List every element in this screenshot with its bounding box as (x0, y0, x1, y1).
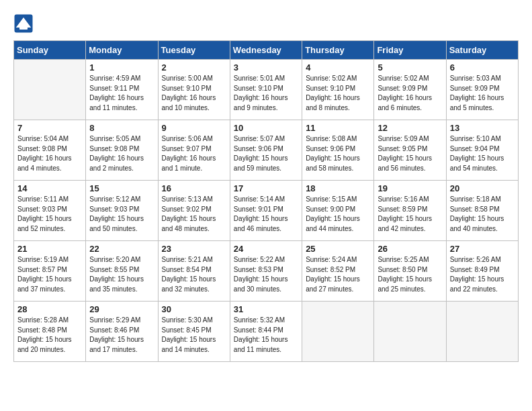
day-number: 17 (234, 183, 298, 193)
calendar-cell: 2Sunrise: 5:00 AMSunset: 9:10 PMDaylight… (158, 60, 230, 120)
logo-icon (13, 13, 34, 34)
day-number: 20 (450, 183, 515, 193)
calendar-cell: 25Sunrise: 5:24 AMSunset: 8:52 PMDayligh… (302, 241, 374, 302)
day-number: 10 (234, 123, 298, 133)
calendar-cell: 20Sunrise: 5:18 AMSunset: 8:58 PMDayligh… (446, 181, 518, 241)
calendar-cell: 13Sunrise: 5:10 AMSunset: 9:04 PMDayligh… (446, 120, 518, 181)
day-info: Sunrise: 5:26 AMSunset: 8:49 PMDaylight:… (450, 255, 515, 294)
day-info: Sunrise: 5:20 AMSunset: 8:55 PMDaylight:… (89, 255, 154, 294)
day-info: Sunrise: 5:07 AMSunset: 9:06 PMDaylight:… (234, 134, 298, 173)
day-info: Sunrise: 5:10 AMSunset: 9:04 PMDaylight:… (450, 134, 515, 173)
day-info: Sunrise: 5:19 AMSunset: 8:57 PMDaylight:… (17, 255, 82, 294)
day-info: Sunrise: 5:25 AMSunset: 8:50 PMDaylight:… (378, 255, 442, 294)
calendar-cell: 22Sunrise: 5:20 AMSunset: 8:55 PMDayligh… (86, 241, 158, 302)
svg-rect-2 (19, 27, 28, 30)
calendar-cell: 8Sunrise: 5:05 AMSunset: 9:08 PMDaylight… (86, 120, 158, 181)
header-day-wednesday: Wednesday (230, 41, 302, 60)
day-number: 13 (450, 123, 515, 133)
day-info: Sunrise: 5:03 AMSunset: 9:09 PMDaylight:… (450, 74, 515, 113)
calendar-cell: 3Sunrise: 5:01 AMSunset: 9:10 PMDaylight… (230, 60, 302, 120)
day-info: Sunrise: 5:08 AMSunset: 9:06 PMDaylight:… (306, 134, 370, 173)
day-number: 22 (89, 244, 154, 254)
day-number: 28 (17, 304, 82, 314)
calendar-cell: 31Sunrise: 5:32 AMSunset: 8:44 PMDayligh… (230, 302, 302, 362)
calendar-cell: 17Sunrise: 5:14 AMSunset: 9:01 PMDayligh… (230, 181, 302, 241)
day-info: Sunrise: 5:11 AMSunset: 9:03 PMDaylight:… (17, 195, 82, 234)
calendar-cell: 15Sunrise: 5:12 AMSunset: 9:03 PMDayligh… (86, 181, 158, 241)
day-info: Sunrise: 5:06 AMSunset: 9:07 PMDaylight:… (162, 134, 226, 173)
calendar-cell: 7Sunrise: 5:04 AMSunset: 9:08 PMDaylight… (14, 120, 86, 181)
day-info: Sunrise: 5:22 AMSunset: 8:53 PMDaylight:… (234, 255, 298, 294)
header-day-friday: Friday (374, 41, 446, 60)
header-day-tuesday: Tuesday (158, 41, 230, 60)
calendar-cell (14, 60, 86, 120)
header-day-sunday: Sunday (14, 41, 86, 60)
day-number: 11 (306, 123, 370, 133)
day-info: Sunrise: 5:09 AMSunset: 9:05 PMDaylight:… (378, 134, 442, 173)
day-number: 15 (89, 183, 154, 193)
day-number: 19 (378, 183, 442, 193)
day-info: Sunrise: 5:32 AMSunset: 8:44 PMDaylight:… (234, 316, 298, 355)
day-info: Sunrise: 5:00 AMSunset: 9:10 PMDaylight:… (162, 74, 226, 113)
day-info: Sunrise: 5:16 AMSunset: 8:59 PMDaylight:… (378, 195, 442, 234)
calendar-cell: 28Sunrise: 5:28 AMSunset: 8:48 PMDayligh… (14, 302, 86, 362)
calendar-cell: 6Sunrise: 5:03 AMSunset: 9:09 PMDaylight… (446, 60, 518, 120)
day-info: Sunrise: 5:14 AMSunset: 9:01 PMDaylight:… (234, 195, 298, 234)
calendar-cell: 10Sunrise: 5:07 AMSunset: 9:06 PMDayligh… (230, 120, 302, 181)
header-day-saturday: Saturday (446, 41, 518, 60)
day-info: Sunrise: 5:02 AMSunset: 9:09 PMDaylight:… (378, 74, 442, 113)
day-info: Sunrise: 5:21 AMSunset: 8:54 PMDaylight:… (162, 255, 226, 294)
day-info: Sunrise: 5:24 AMSunset: 8:52 PMDaylight:… (306, 255, 370, 294)
day-number: 2 (162, 62, 226, 73)
day-number: 25 (306, 244, 370, 254)
day-info: Sunrise: 5:01 AMSunset: 9:10 PMDaylight:… (234, 74, 298, 113)
calendar-table: SundayMondayTuesdayWednesdayThursdayFrid… (13, 40, 519, 362)
calendar-cell: 4Sunrise: 5:02 AMSunset: 9:10 PMDaylight… (302, 60, 374, 120)
day-info: Sunrise: 5:02 AMSunset: 9:10 PMDaylight:… (306, 74, 370, 113)
day-info: Sunrise: 5:12 AMSunset: 9:03 PMDaylight:… (89, 195, 154, 234)
header-row: SundayMondayTuesdayWednesdayThursdayFrid… (14, 41, 519, 60)
day-number: 1 (89, 62, 154, 73)
day-number: 12 (378, 123, 442, 133)
calendar-cell: 16Sunrise: 5:13 AMSunset: 9:02 PMDayligh… (158, 181, 230, 241)
day-info: Sunrise: 5:05 AMSunset: 9:08 PMDaylight:… (89, 134, 154, 173)
day-number: 6 (450, 62, 515, 73)
day-number: 30 (162, 304, 226, 314)
calendar-cell: 11Sunrise: 5:08 AMSunset: 9:06 PMDayligh… (302, 120, 374, 181)
day-number: 24 (234, 244, 298, 254)
page-header (13, 13, 519, 34)
calendar-cell: 23Sunrise: 5:21 AMSunset: 8:54 PMDayligh… (158, 241, 230, 302)
day-info: Sunrise: 4:59 AMSunset: 9:11 PMDaylight:… (89, 74, 154, 113)
day-info: Sunrise: 5:13 AMSunset: 9:02 PMDaylight:… (162, 195, 226, 234)
week-row-5: 28Sunrise: 5:28 AMSunset: 8:48 PMDayligh… (14, 302, 519, 362)
day-number: 3 (234, 62, 298, 73)
calendar-cell: 14Sunrise: 5:11 AMSunset: 9:03 PMDayligh… (14, 181, 86, 241)
header-day-monday: Monday (86, 41, 158, 60)
day-number: 7 (17, 123, 82, 133)
day-number: 31 (234, 304, 298, 314)
day-info: Sunrise: 5:04 AMSunset: 9:08 PMDaylight:… (17, 134, 82, 173)
week-row-1: 1Sunrise: 4:59 AMSunset: 9:11 PMDaylight… (14, 60, 519, 120)
calendar-cell: 12Sunrise: 5:09 AMSunset: 9:05 PMDayligh… (374, 120, 446, 181)
calendar-cell: 27Sunrise: 5:26 AMSunset: 8:49 PMDayligh… (446, 241, 518, 302)
calendar-cell (446, 302, 518, 362)
day-number: 9 (162, 123, 226, 133)
week-row-4: 21Sunrise: 5:19 AMSunset: 8:57 PMDayligh… (14, 241, 519, 302)
calendar-cell: 18Sunrise: 5:15 AMSunset: 9:00 PMDayligh… (302, 181, 374, 241)
week-row-3: 14Sunrise: 5:11 AMSunset: 9:03 PMDayligh… (14, 181, 519, 241)
logo (13, 13, 36, 34)
day-number: 4 (306, 62, 370, 73)
calendar-cell (302, 302, 374, 362)
calendar-cell: 26Sunrise: 5:25 AMSunset: 8:50 PMDayligh… (374, 241, 446, 302)
day-number: 8 (89, 123, 154, 133)
day-number: 27 (450, 244, 515, 254)
day-info: Sunrise: 5:30 AMSunset: 8:45 PMDaylight:… (162, 316, 226, 355)
calendar-cell (374, 302, 446, 362)
calendar-cell: 21Sunrise: 5:19 AMSunset: 8:57 PMDayligh… (14, 241, 86, 302)
day-info: Sunrise: 5:28 AMSunset: 8:48 PMDaylight:… (17, 316, 82, 355)
day-number: 5 (378, 62, 442, 73)
calendar-cell: 29Sunrise: 5:29 AMSunset: 8:46 PMDayligh… (86, 302, 158, 362)
calendar-cell: 5Sunrise: 5:02 AMSunset: 9:09 PMDaylight… (374, 60, 446, 120)
calendar-cell: 30Sunrise: 5:30 AMSunset: 8:45 PMDayligh… (158, 302, 230, 362)
week-row-2: 7Sunrise: 5:04 AMSunset: 9:08 PMDaylight… (14, 120, 519, 181)
